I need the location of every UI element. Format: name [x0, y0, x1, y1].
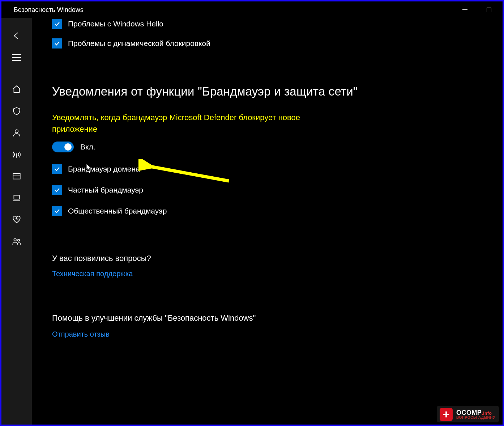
home-icon	[12, 85, 21, 94]
check-label: Брандмауэр домена	[68, 165, 140, 173]
checkmark-icon	[54, 186, 61, 194]
check-label: Частный брандмауэр	[68, 186, 143, 194]
maximize-button[interactable]	[482, 4, 496, 15]
svg-rect-1	[13, 173, 20, 179]
toggle-row: Вкл.	[52, 142, 488, 152]
check-row-private-firewall: Частный брандмауэр	[52, 182, 488, 198]
support-link[interactable]: Техническая поддержка	[52, 270, 488, 278]
watermark-tld: .info	[482, 411, 492, 416]
nav-home[interactable]	[7, 80, 26, 99]
checkmark-icon	[54, 165, 61, 173]
nav-family-options[interactable]	[7, 232, 26, 251]
checkbox-windows-hello[interactable]	[52, 19, 62, 29]
watermark-tagline: ВОПРОСЫ АДМИНУ	[456, 416, 495, 419]
titlebar: Безопасность Windows	[1, 1, 503, 18]
svg-point-0	[15, 130, 18, 133]
watermark: OCOMP.info ВОПРОСЫ АДМИНУ	[437, 406, 499, 422]
notifications-toggle[interactable]	[52, 142, 74, 152]
toggle-knob	[64, 143, 72, 151]
app-window: Безопасность Windows	[0, 0, 504, 426]
antenna-icon	[12, 150, 21, 159]
svg-point-4	[18, 239, 20, 241]
svg-rect-2	[14, 195, 19, 199]
nav-account-protection[interactable]	[7, 123, 26, 143]
nav-virus-protection[interactable]	[7, 101, 26, 121]
checkbox-private-firewall[interactable]	[52, 185, 62, 195]
nav-device-performance[interactable]	[7, 210, 26, 229]
check-row-public-firewall: Общественный брандмауэр	[52, 203, 488, 219]
checkbox-public-firewall[interactable]	[52, 206, 62, 216]
improve-heading: Помощь в улучшении службы "Безопасность …	[52, 313, 488, 324]
minimize-button[interactable]	[458, 4, 472, 15]
sub-checks: Брандмауэр домена Частный брандмауэр Общ…	[52, 161, 488, 219]
check-row-domain-firewall: Брандмауэр домена	[52, 161, 488, 177]
laptop-icon	[12, 193, 21, 203]
feedback-link[interactable]: Отправить отзыв	[52, 330, 488, 338]
plus-icon	[442, 410, 450, 418]
check-label: Общественный брандмауэр	[68, 207, 167, 215]
nav-app-browser[interactable]	[7, 166, 26, 186]
toggle-description: Уведомлять, когда брандмауэр Microsoft D…	[52, 112, 312, 135]
shield-icon	[12, 106, 21, 116]
checkmark-icon	[54, 207, 61, 215]
watermark-logo	[440, 408, 453, 421]
app-body: Проблемы с Windows Hello Проблемы с дина…	[1, 18, 503, 425]
heart-icon	[12, 215, 21, 224]
checkmark-icon	[54, 20, 61, 28]
checkmark-icon	[54, 40, 61, 47]
sidebar	[1, 18, 32, 425]
window-icon	[12, 172, 21, 181]
check-row-dynamic-lock: Проблемы с динамической блокировкой	[52, 35, 488, 51]
checkbox-dynamic-lock[interactable]	[52, 38, 62, 48]
checkbox-domain-firewall[interactable]	[52, 164, 62, 174]
content-area: Проблемы с Windows Hello Проблемы с дина…	[32, 18, 503, 425]
watermark-text: OCOMP.info ВОПРОСЫ АДМИНУ	[456, 409, 495, 419]
check-label: Проблемы с динамической блокировкой	[68, 39, 210, 48]
questions-heading: У вас появились вопросы?	[52, 254, 488, 263]
nav-firewall[interactable]	[7, 145, 26, 164]
hamburger-icon	[12, 54, 21, 61]
window-title: Безопасность Windows	[14, 6, 84, 14]
check-label: Проблемы с Windows Hello	[68, 20, 163, 28]
back-button[interactable]	[7, 26, 26, 46]
arrow-left-icon	[12, 31, 21, 41]
check-row-windows-hello: Проблемы с Windows Hello	[52, 18, 488, 32]
watermark-brand: OCOMP	[456, 409, 482, 416]
svg-point-3	[14, 239, 16, 241]
section-heading: Уведомления от функции "Брандмауэр и защ…	[52, 84, 488, 100]
people-icon	[12, 237, 21, 246]
window-controls	[458, 4, 499, 15]
person-icon	[12, 128, 21, 138]
menu-button[interactable]	[7, 48, 26, 67]
mouse-cursor-icon	[86, 164, 93, 172]
toggle-state-label: Вкл.	[80, 143, 95, 151]
nav-device-security[interactable]	[7, 188, 26, 208]
